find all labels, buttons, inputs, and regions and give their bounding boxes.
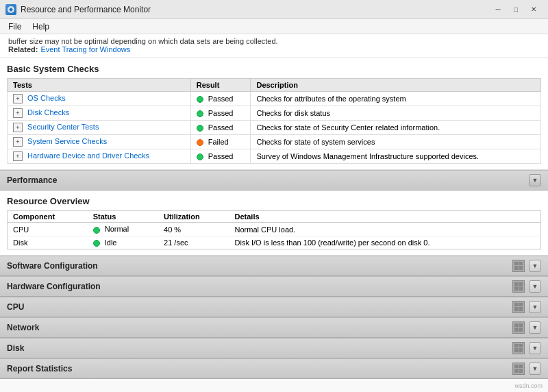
ro-component: Disk bbox=[8, 236, 88, 249]
grid-icon-cell bbox=[514, 344, 519, 348]
bsc-desc-cell: Checks for attributes of the operating s… bbox=[251, 92, 541, 106]
grid-icon-cell bbox=[514, 262, 519, 266]
collapsed-section[interactable]: Report Statistics ▼ bbox=[0, 358, 548, 379]
ro-utilization: 21 /sec bbox=[158, 236, 229, 249]
bsc-desc-cell: Survey of Windows Management Infrastruct… bbox=[251, 149, 541, 164]
result-text: Passed bbox=[208, 95, 234, 103]
collapse-chevron[interactable]: ▼ bbox=[529, 342, 541, 354]
collapsed-section[interactable]: Software Configuration ▼ bbox=[0, 256, 548, 276]
expand-icon[interactable]: + bbox=[13, 151, 23, 161]
section-left: Network bbox=[7, 323, 39, 332]
expand-icon[interactable]: + bbox=[13, 94, 23, 103]
status-text: Idle bbox=[105, 238, 117, 247]
grid-icon-cell bbox=[519, 282, 523, 286]
col-description: Description bbox=[251, 79, 541, 92]
status-dot bbox=[93, 240, 100, 247]
section-left: Report Statistics bbox=[7, 364, 72, 373]
ro-component: CPU bbox=[8, 223, 88, 236]
test-link[interactable]: Disk Checks bbox=[27, 108, 69, 117]
ro-status: Normal bbox=[88, 223, 158, 236]
bsc-desc-cell: Checks for state of Security Center rela… bbox=[251, 121, 541, 135]
performance-section-header[interactable]: Performance ▼ bbox=[0, 170, 548, 191]
expand-icon[interactable]: + bbox=[13, 108, 23, 118]
bsc-table-row: + Disk Checks Passed Checks for disk sta… bbox=[8, 106, 541, 121]
result-text: Passed bbox=[208, 109, 234, 117]
status-text: Normal bbox=[105, 225, 129, 233]
collapse-chevron[interactable]: ▼ bbox=[529, 363, 541, 375]
status-dot bbox=[197, 154, 203, 160]
collapsed-section[interactable]: Network ▼ bbox=[0, 317, 548, 338]
grid-icon-cell bbox=[514, 286, 519, 291]
collapsed-section[interactable]: Hardware Configuration ▼ bbox=[0, 276, 548, 297]
test-link[interactable]: OS Checks bbox=[27, 94, 66, 102]
maximize-button[interactable]: □ bbox=[507, 3, 525, 16]
grid-icon-cell bbox=[519, 369, 523, 373]
grid-icon-cell bbox=[514, 365, 519, 369]
title-bar-left: Resource and Performance Monitor bbox=[5, 4, 151, 15]
status-dot bbox=[93, 227, 100, 234]
grid-icon-cell bbox=[514, 328, 519, 332]
bsc-test-cell: + OS Checks bbox=[8, 92, 191, 106]
ro-table-header: Component Status Utilization Details bbox=[8, 211, 541, 223]
basic-system-checks-section: Basic System Checks Tests Result Descrip… bbox=[0, 58, 548, 170]
collapse-chevron[interactable]: ▼ bbox=[529, 321, 541, 334]
ro-col-status: Status bbox=[88, 211, 158, 223]
watermark: wsdn.com bbox=[514, 382, 543, 389]
bsc-desc-cell: Checks for disk status bbox=[251, 106, 541, 121]
ro-details: Disk I/O is less than 100 (read/write) p… bbox=[229, 236, 541, 249]
ro-status: Idle bbox=[88, 236, 158, 249]
related-link[interactable]: Event Tracing for Windows bbox=[40, 45, 130, 53]
collapsed-section[interactable]: CPU ▼ bbox=[0, 297, 548, 317]
menu-file[interactable]: File bbox=[3, 21, 27, 33]
ro-col-component: Component bbox=[8, 211, 88, 223]
collapsed-section[interactable]: Disk ▼ bbox=[0, 338, 548, 358]
collapse-chevron[interactable]: ▼ bbox=[529, 260, 541, 272]
bsc-table-row: + OS Checks Passed Checks for attributes… bbox=[8, 92, 541, 106]
expand-icon[interactable]: + bbox=[13, 123, 23, 132]
grid-icon-cell bbox=[519, 262, 523, 266]
grid-icon-cell bbox=[519, 266, 523, 270]
test-link[interactable]: Hardware Device and Driver Checks bbox=[27, 151, 149, 160]
bsc-table-header: Tests Result Description bbox=[8, 79, 541, 92]
ro-col-details: Details bbox=[229, 211, 541, 223]
bsc-result-cell: Passed bbox=[190, 92, 251, 106]
bsc-test-cell: + Disk Checks bbox=[8, 106, 191, 121]
section-label: Network bbox=[7, 323, 39, 332]
ro-table-row: CPU Normal 40 % Normal CPU load. bbox=[8, 223, 541, 236]
grid-icon bbox=[512, 321, 525, 334]
test-link[interactable]: System Service Checks bbox=[27, 137, 107, 145]
performance-collapse-btn[interactable]: ▼ bbox=[529, 174, 541, 186]
bsc-table-row: + System Service Checks Failed Checks fo… bbox=[8, 135, 541, 149]
grid-icon bbox=[512, 280, 525, 293]
collapse-chevron[interactable]: ▼ bbox=[529, 301, 541, 313]
status-dot bbox=[197, 96, 203, 103]
bsc-table: Tests Result Description + OS Checks Pas… bbox=[7, 78, 541, 164]
section-left: Hardware Configuration bbox=[7, 282, 101, 291]
info-banner: buffer size may not be optimal depending… bbox=[0, 34, 548, 58]
bsc-table-row: + Hardware Device and Driver Checks Pass… bbox=[8, 149, 541, 164]
grid-icon bbox=[512, 342, 525, 354]
bsc-result-cell: Passed bbox=[190, 106, 251, 121]
minimize-button[interactable]: ─ bbox=[489, 3, 507, 16]
bsc-test-cell: + Security Center Tests bbox=[8, 121, 191, 135]
grid-icon-cell bbox=[519, 323, 523, 328]
section-label: CPU bbox=[7, 302, 24, 312]
window-title: Resource and Performance Monitor bbox=[21, 5, 151, 14]
collapse-chevron[interactable]: ▼ bbox=[529, 280, 541, 293]
bsc-desc-cell: Checks for state of system services bbox=[251, 135, 541, 149]
status-dot bbox=[197, 139, 203, 146]
bsc-test-cell: + System Service Checks bbox=[8, 135, 191, 149]
bsc-title: Basic System Checks bbox=[7, 64, 541, 74]
section-label: Disk bbox=[7, 343, 24, 353]
expand-icon[interactable]: + bbox=[13, 137, 23, 147]
ro-title: Resource Overview bbox=[7, 196, 541, 206]
section-label: Software Configuration bbox=[7, 261, 98, 271]
bsc-result-cell: Passed bbox=[190, 121, 251, 135]
ro-utilization: 40 % bbox=[158, 223, 229, 236]
close-button[interactable]: ✕ bbox=[525, 3, 543, 16]
test-link[interactable]: Security Center Tests bbox=[27, 123, 99, 131]
menu-help[interactable]: Help bbox=[27, 21, 55, 33]
grid-icon-cell bbox=[514, 303, 519, 307]
status-dot bbox=[197, 110, 203, 117]
performance-label: Performance bbox=[7, 175, 57, 185]
